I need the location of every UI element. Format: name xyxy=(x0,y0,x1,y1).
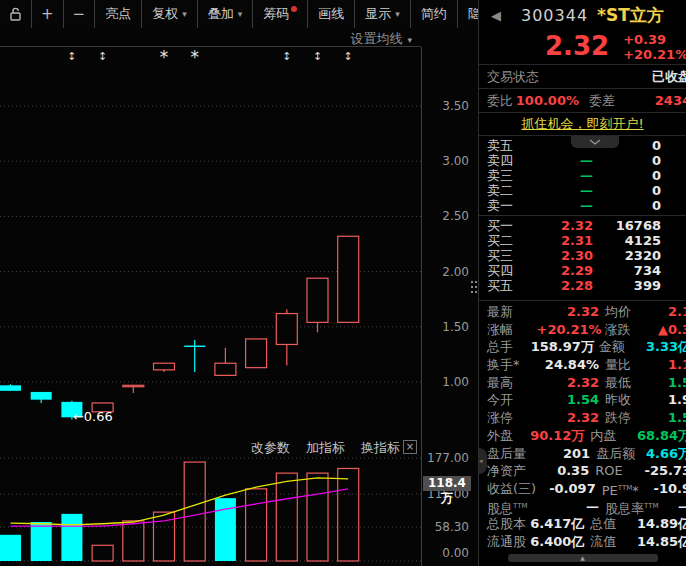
stat-value: 1.5 xyxy=(659,409,686,427)
volume-bar xyxy=(184,462,205,561)
price-tick-label: 3.50 xyxy=(442,99,469,113)
book-price: — xyxy=(519,153,593,168)
stat-value: 1.5 xyxy=(659,374,686,392)
stat-label: 盘后额 xyxy=(596,445,646,463)
bid-row[interactable]: 买五2.28399 xyxy=(479,278,686,293)
ask-row[interactable]: 卖二—0 xyxy=(479,183,686,198)
stock-name: *ST立方 xyxy=(597,4,664,27)
stats-grid: 最新2.32均价2.1涨幅+20.21%涨跌▲0.3总手158.97万金额3.3… xyxy=(479,300,686,551)
candle xyxy=(0,385,21,391)
zoom-out-button[interactable]: − xyxy=(64,0,96,28)
main-candlestick-chart: 3.503.002.502.001.501.00↕↕**↕↕↕←0.66 xyxy=(0,47,470,437)
stat-value: -0.097 xyxy=(536,480,596,498)
volume-current-value-tag: 118.4万 xyxy=(423,476,471,491)
toolbar: + − 亮点复权▾叠加▾筹码画线显示▾简约隐藏▶▶ xyxy=(0,0,478,28)
zoom-in-button[interactable]: + xyxy=(32,0,64,28)
volume-bar xyxy=(276,473,297,561)
stat-value: 3.33亿 xyxy=(646,338,686,356)
status-label: 交易状态 xyxy=(479,68,539,86)
stat-label: 涨跌 xyxy=(605,321,658,339)
stat-value: — xyxy=(537,498,599,516)
stat-label: 最高 xyxy=(479,374,537,392)
lock-button[interactable] xyxy=(0,0,32,28)
bid-row[interactable]: 买三2.302320 xyxy=(479,248,686,263)
volume-chart: 177.00115.0058.300.00 xyxy=(0,437,470,566)
stat-value: 201 xyxy=(533,445,590,463)
stat-label: 净资产 xyxy=(479,462,533,480)
status-value: 已收盘 xyxy=(539,68,686,86)
volume-bar xyxy=(338,468,359,561)
bid-row[interactable]: 买二2.314125 xyxy=(479,233,686,248)
candle xyxy=(307,278,328,322)
book-divider xyxy=(479,215,686,216)
collapse-book-button[interactable] xyxy=(571,136,619,148)
book-level-label: 卖四 xyxy=(479,153,519,168)
book-volume: 399 xyxy=(593,278,661,293)
chevron-down-icon: ▾ xyxy=(238,9,243,19)
price-tick-label: 3.00 xyxy=(442,154,469,168)
bid-row[interactable]: 买一2.3216768 xyxy=(479,218,686,233)
book-volume: 0 xyxy=(593,198,661,213)
stat-value: 2.1 xyxy=(659,303,686,321)
toolbar-button-simple[interactable]: 简约 xyxy=(411,0,458,28)
volume-bar xyxy=(31,522,52,561)
stat-label: 收益(三) xyxy=(479,480,536,498)
toolbar-menu: 亮点复权▾叠加▾筹码画线显示▾简约隐藏▶▶ xyxy=(95,0,519,28)
stat-value: 68.84万 xyxy=(637,427,686,445)
toolbar-button-overlay[interactable]: 叠加▾ xyxy=(198,0,254,28)
stat-label: 股息率TTM xyxy=(605,498,659,516)
ask-row[interactable]: 卖一—0 xyxy=(479,198,686,213)
stat-row: 外盘90.12万内盘68.84万 xyxy=(479,427,686,445)
stat-value: ▲0.3 xyxy=(658,321,686,339)
panel-collapse-handle[interactable]: ◂ xyxy=(479,448,487,474)
quote-panel: ◀ 300344 *ST立方 2.32 +0.39 +20.21% 交易状态 已… xyxy=(478,0,686,566)
open-account-link[interactable]: 抓住机会，即刻开户! xyxy=(521,116,643,131)
ask-row[interactable]: 卖四—0 xyxy=(479,153,686,168)
stat-label: 总手 xyxy=(479,338,531,356)
candle xyxy=(246,339,267,368)
candle xyxy=(338,236,359,322)
volume-bar xyxy=(0,535,21,561)
toolbar-button-label: 显示 xyxy=(365,5,391,23)
star-icon: * xyxy=(160,47,169,67)
panel-drag-handle[interactable] xyxy=(471,281,478,297)
stat-value: 24.84% xyxy=(537,356,599,374)
stat-label: 最低 xyxy=(605,374,659,392)
chevron-down-icon xyxy=(589,139,601,145)
quote-header: ◀ 300344 *ST立方 xyxy=(479,0,686,30)
toolbar-button-label: 复权 xyxy=(152,5,178,23)
stat-row: 换手*24.84%量比1.1 xyxy=(479,356,686,374)
book-volume: 734 xyxy=(593,263,661,278)
stat-value: 1.1 xyxy=(659,356,686,374)
trading-app-window: { "colors": { "red": "#fb4242", "green":… xyxy=(0,0,686,566)
toolbar-button-display[interactable]: 显示▾ xyxy=(355,0,411,28)
stat-value: -10.9 xyxy=(654,480,686,498)
stat-label: 跌停 xyxy=(605,409,659,427)
toolbar-button-chips[interactable]: 筹码 xyxy=(253,0,308,28)
promo-banner: 抓住机会，即刻开户! xyxy=(479,112,686,135)
toolbar-button-draw-line[interactable]: 画线 xyxy=(308,0,355,28)
stat-label: 总股本 xyxy=(479,515,530,533)
book-price: — xyxy=(519,168,593,183)
candle xyxy=(215,363,236,375)
stat-row: 收益(三)-0.097PETTM*-10.9 xyxy=(479,480,686,498)
ask-row[interactable]: 卖三—0 xyxy=(479,168,686,183)
stat-row: 涨停2.32跌停1.5 xyxy=(479,409,686,427)
book-level-label: 买四 xyxy=(479,263,519,278)
back-icon[interactable]: ◀ xyxy=(491,8,501,23)
toolbar-button-adjust[interactable]: 复权▾ xyxy=(142,0,198,28)
toolbar-button-highlight[interactable]: 亮点 xyxy=(95,0,142,28)
toolbar-button-label: 叠加 xyxy=(208,5,234,23)
book-price: — xyxy=(519,183,593,198)
candle xyxy=(123,385,144,386)
book-price: 2.28 xyxy=(519,278,593,293)
updown-arrow-icon: ↕ xyxy=(313,50,322,63)
collapse-panel-button[interactable]: ▲ xyxy=(508,554,658,562)
volume-bar xyxy=(92,545,113,561)
book-price: 2.31 xyxy=(519,233,593,248)
stat-label: 昨收 xyxy=(605,391,659,409)
stat-value: 1.54 xyxy=(537,391,599,409)
volume-bar xyxy=(61,514,82,561)
candle xyxy=(31,392,52,400)
bid-row[interactable]: 买四2.29734 xyxy=(479,263,686,278)
